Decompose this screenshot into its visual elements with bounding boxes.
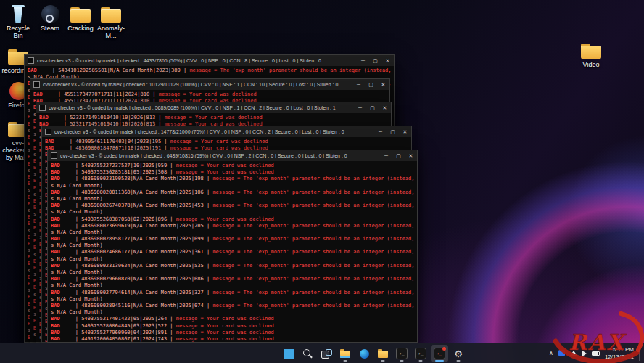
console-line: s N/A Card Month) bbox=[51, 183, 417, 189]
wrap-text: s N/A Card Month) bbox=[51, 269, 103, 275]
bad-label: BAD bbox=[51, 169, 60, 175]
bad-label: BAD bbox=[51, 236, 60, 242]
card-data: | 5403755280864845|03|2023|522 | bbox=[60, 323, 176, 329]
bad-label: BAD bbox=[51, 176, 60, 182]
window-close-button[interactable]: ✕ bbox=[379, 102, 391, 113]
console-line: BAD | 4836980027794614|N/A Card Month|20… bbox=[51, 290, 417, 296]
window-maximize-button[interactable]: ▢ bbox=[387, 126, 399, 137]
start-icon bbox=[283, 348, 294, 359]
message-text: message = The 'exp_month' parameter shou… bbox=[212, 203, 417, 208]
bad-label: BAD bbox=[51, 330, 60, 335]
terminal-icon bbox=[51, 152, 57, 159]
running-indicator bbox=[381, 360, 385, 362]
card-data: | 5403755256285181|05|2025|308 | bbox=[60, 169, 176, 175]
window-controls: ─▢✕ bbox=[380, 150, 417, 161]
card-data: | 4836980028945116|N/A Card Month|2025|0… bbox=[60, 303, 213, 309]
terminal-1-icon: ›_ bbox=[396, 348, 408, 359]
taskbar-folder-button[interactable] bbox=[374, 345, 392, 362]
window-titlebar: cvv-checker v3 - © coded by malek | chec… bbox=[25, 55, 394, 66]
taskbar-terminal-1-button[interactable]: ›_ bbox=[393, 345, 410, 362]
console-line: BAD | 4836980023190528|N/A Card Month|20… bbox=[51, 176, 417, 182]
message-text: message = The 'exp_month' parameter shou… bbox=[212, 303, 417, 309]
card-data: | 4836980023699619|N/A Card Month|2025|2… bbox=[60, 223, 213, 229]
terminal-icon bbox=[45, 129, 51, 135]
message-text: message = Your card was declined bbox=[176, 216, 274, 222]
terminal-icon bbox=[33, 81, 40, 88]
message-text: message = The 'exp_month' parameter shou… bbox=[212, 276, 417, 282]
window-maximize-button[interactable]: ▢ bbox=[392, 150, 405, 161]
bad-label: BAD bbox=[51, 316, 60, 322]
taskbar-start-button[interactable] bbox=[280, 345, 297, 362]
task-view-icon bbox=[321, 348, 332, 359]
bad-label: BAD bbox=[51, 303, 60, 309]
console-line: BAD | 4836980023139624|N/A Card Month|20… bbox=[51, 263, 417, 269]
window-controls: ─▢✕ bbox=[374, 126, 411, 137]
wrap-text: s N/A Card Month) bbox=[51, 242, 103, 248]
console-line: s N/A Card Month) bbox=[51, 269, 417, 276]
message-text: message = The 'exp_month' parameter shou… bbox=[212, 249, 417, 255]
window-minimize-button[interactable]: ─ bbox=[357, 55, 369, 66]
card-data: | 4836980024686177|N/A Card Month|2025|3… bbox=[60, 249, 213, 255]
bad-label: BAD bbox=[51, 216, 60, 222]
window-close-button[interactable]: ✕ bbox=[405, 150, 417, 161]
message-text: message = The 'exp_month' parameter shou… bbox=[212, 263, 417, 269]
console-line: BAD | 4836980020011360|N/A Card Month|20… bbox=[51, 189, 417, 196]
console-line: BAD | 4836980024686177|N/A Card Month|20… bbox=[51, 249, 417, 256]
taskbar-checker-console-button[interactable]: ›_ bbox=[431, 345, 448, 362]
bad-label: BAD bbox=[51, 203, 60, 208]
window-minimize-button[interactable]: ─ bbox=[374, 126, 387, 137]
taskbar-search-button[interactable] bbox=[299, 345, 316, 362]
card-data: | 4836980026740378|N/A Card Month|2025|4… bbox=[60, 203, 213, 208]
taskbar-terminal-2-button[interactable]: ›_ bbox=[412, 345, 429, 362]
rax-logo-text: RAX bbox=[569, 330, 627, 355]
bad-label: BAD bbox=[51, 163, 60, 168]
bad-label: BAD bbox=[45, 139, 54, 144]
taskbar-settings-button[interactable]: ⚙ bbox=[450, 345, 467, 362]
running-indicator bbox=[457, 360, 461, 362]
window-close-button[interactable]: ✕ bbox=[381, 55, 394, 66]
message-text: message = Your card was declined bbox=[176, 316, 274, 322]
window-minimize-button[interactable]: ─ bbox=[380, 150, 392, 161]
console-line: s N/A Card Month) bbox=[51, 229, 417, 236]
console-line: BAD | 4836980026740378|N/A Card Month|20… bbox=[51, 203, 417, 209]
console-line: s N/A Card Month) bbox=[51, 242, 417, 249]
console-line: BAD | 5403755227237527|10|2025|959 | mes… bbox=[51, 163, 417, 169]
taskbar-edge-button[interactable] bbox=[355, 345, 373, 362]
console-line: s N/A Card Month) bbox=[51, 296, 417, 303]
window-titlebar: cvv-checker v3 - © coded by malek | chec… bbox=[36, 102, 391, 113]
console-line: BAD | 5403755268387058|02|2026|896 | mes… bbox=[51, 216, 417, 223]
window-close-button[interactable]: ✕ bbox=[399, 126, 411, 137]
card-data: | 4491920064850867|01|2024|743 | bbox=[60, 336, 176, 342]
console-window-5[interactable]: cvv-checker v3 - © coded by malek | chec… bbox=[47, 150, 418, 343]
console-output: BAD | 5403755227237527|10|2025|959 | mes… bbox=[48, 161, 417, 342]
message-text: message = The 'exp_month' parameter shou… bbox=[189, 68, 394, 73]
card-data: | 5403755277960960|04|2024|891 | bbox=[60, 330, 176, 335]
taskbar-task-view-button[interactable] bbox=[318, 345, 335, 362]
window-close-button[interactable]: ✕ bbox=[377, 79, 389, 90]
console-line: BAD | 4836980029660870|N/A Card Month|20… bbox=[51, 276, 417, 282]
taskbar-buttons: ›_›_›_⚙ bbox=[280, 345, 467, 362]
card-data: | 4836980029660870|N/A Card Month|2025|0… bbox=[60, 276, 213, 282]
console-line: BAD | 4039954611170403|04|2023|195 | mes… bbox=[45, 139, 411, 145]
card-data: | 4836980027794614|N/A Card Month|2025|3… bbox=[60, 290, 213, 295]
console-line: BAD | 5232171491019410|10|2026|813 | mes… bbox=[39, 115, 391, 121]
window-controls: ─▢✕ bbox=[352, 79, 389, 90]
wrap-text: s N/A Card Month) bbox=[51, 183, 103, 189]
terminal-icon bbox=[28, 57, 34, 64]
console-line: s N/A Card Month) bbox=[51, 256, 417, 263]
taskbar-file-explorer-button[interactable] bbox=[337, 345, 354, 362]
window-title: cvv-checker v3 - © coded by malek | chec… bbox=[43, 82, 350, 87]
wrap-text: s N/A Card Month) bbox=[51, 196, 103, 202]
wrap-text: s N/A Card Month) bbox=[51, 229, 103, 235]
desktop[interactable]: Recycle BinSteamCrackingAnomaly-M...reco… bbox=[0, 0, 644, 363]
window-maximize-button[interactable]: ▢ bbox=[369, 55, 381, 66]
window-maximize-button[interactable]: ▢ bbox=[366, 102, 379, 113]
windows-layer: cvv-checker v3 - © coded by malek | chec… bbox=[0, 0, 644, 363]
card-data: | 4836980023190528|N/A Card Month|2025|1… bbox=[60, 176, 213, 182]
bad-label: BAD bbox=[39, 115, 49, 121]
console-line: s N/A Card Month) bbox=[51, 309, 417, 316]
window-minimize-button[interactable]: ─ bbox=[354, 102, 366, 113]
window-minimize-button[interactable]: ─ bbox=[352, 79, 365, 90]
window-maximize-button[interactable]: ▢ bbox=[365, 79, 377, 90]
console-line: BAD | 5403755280864845|03|2023|522 | mes… bbox=[51, 323, 417, 330]
